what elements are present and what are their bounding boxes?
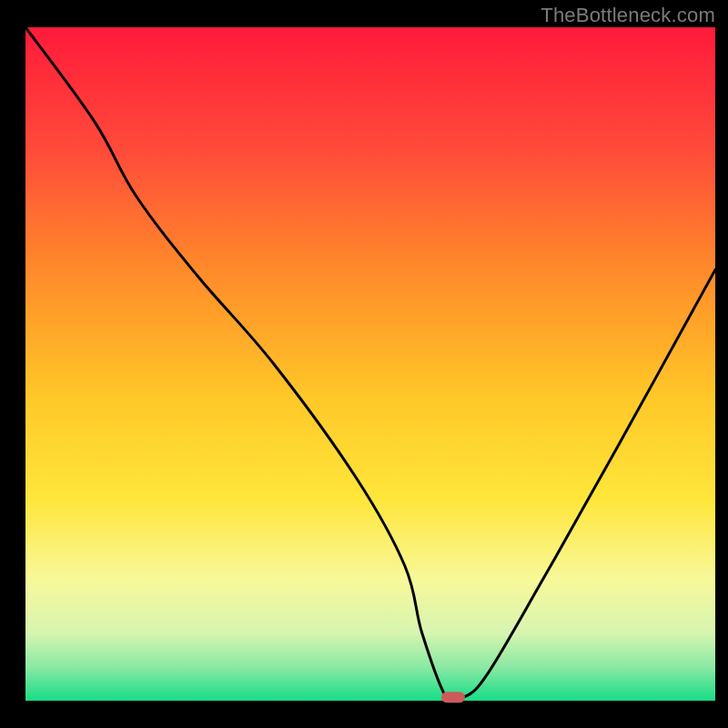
chart-container: TheBottleneck.com xyxy=(0,0,728,728)
chart-gradient-bg xyxy=(25,27,715,701)
curve-minimum-marker xyxy=(441,692,465,703)
bottleneck-chart xyxy=(0,0,728,728)
attribution-label: TheBottleneck.com xyxy=(541,4,715,27)
